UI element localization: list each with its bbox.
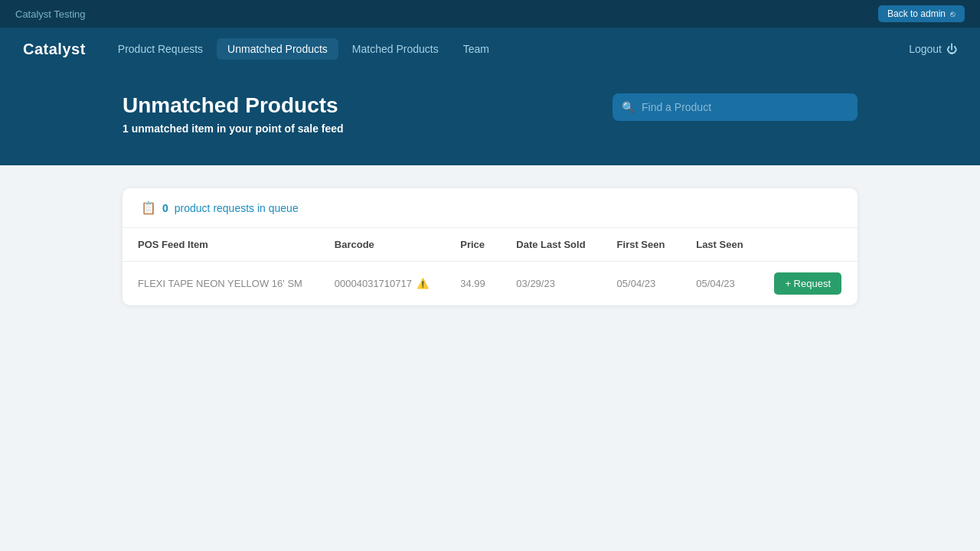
col-price: Price	[445, 228, 501, 262]
search-box: 🔍	[612, 93, 858, 121]
search-input[interactable]	[612, 93, 858, 121]
queue-banner: 📋 0 product requests in queue	[122, 188, 858, 228]
col-barcode: Barcode	[319, 228, 445, 262]
page-subtitle: 1 unmatched item in your point of sale f…	[122, 122, 344, 135]
unmatched-count: 1	[122, 122, 129, 135]
table-row: FLEXI TAPE NEON YELLOW 16' SM 0000403171…	[122, 262, 858, 306]
nav-team[interactable]: Team	[452, 38, 500, 60]
barcode-value: 00004031710717	[335, 278, 412, 289]
page-title: Unmatched Products	[122, 93, 344, 118]
nav-product-requests[interactable]: Product Requests	[107, 38, 214, 60]
app-title: Catalyst Testing	[15, 8, 86, 20]
cell-price: 34.99	[445, 262, 501, 306]
cell-barcode: 00004031710717⚠️	[319, 262, 445, 306]
queue-count: 0	[162, 202, 168, 214]
app-logo: Catalyst	[23, 41, 86, 58]
queue-text: product requests in queue	[175, 202, 299, 214]
logout-button[interactable]: Logout ⏻	[909, 43, 957, 55]
col-last-seen: Last Seen	[681, 228, 759, 262]
queue-icon: 📋	[141, 201, 156, 215]
cell-pos-feed-item: FLEXI TAPE NEON YELLOW 16' SM	[122, 262, 319, 306]
nav-matched-products[interactable]: Matched Products	[341, 38, 449, 60]
cell-action: + Request	[759, 262, 858, 306]
page-header: Unmatched Products 1 unmatched item in y…	[0, 70, 980, 165]
main-area: 📋 0 product requests in queue POS Feed I…	[0, 165, 980, 328]
table-card: 📋 0 product requests in queue POS Feed I…	[122, 188, 858, 305]
col-action	[759, 228, 858, 262]
search-icon: 🔍	[622, 101, 635, 113]
back-to-admin-button[interactable]: Back to admin ⎋	[878, 5, 965, 22]
external-link-icon: ⎋	[950, 9, 956, 18]
cell-last-seen: 05/04/23	[681, 262, 759, 306]
nav-links: Product Requests Unmatched Products Matc…	[107, 38, 903, 60]
col-date-last-sold: Date Last Sold	[501, 228, 601, 262]
warning-icon: ⚠️	[416, 278, 429, 289]
logout-icon: ⏻	[946, 43, 957, 55]
request-button[interactable]: + Request	[774, 272, 841, 295]
page-header-left: Unmatched Products 1 unmatched item in y…	[122, 93, 344, 135]
table-header-row: POS Feed Item Barcode Price Date Last So…	[122, 228, 858, 262]
cell-first-seen: 05/04/23	[602, 262, 681, 306]
col-first-seen: First Seen	[602, 228, 681, 262]
nav-unmatched-products[interactable]: Unmatched Products	[217, 38, 338, 60]
top-bar: Catalyst Testing Back to admin ⎋	[0, 0, 980, 28]
col-pos-feed-item: POS Feed Item	[122, 228, 319, 262]
cell-date-last-sold: 03/29/23	[501, 262, 601, 306]
products-table: POS Feed Item Barcode Price Date Last So…	[122, 228, 858, 305]
nav-bar: Catalyst Product Requests Unmatched Prod…	[0, 28, 980, 70]
